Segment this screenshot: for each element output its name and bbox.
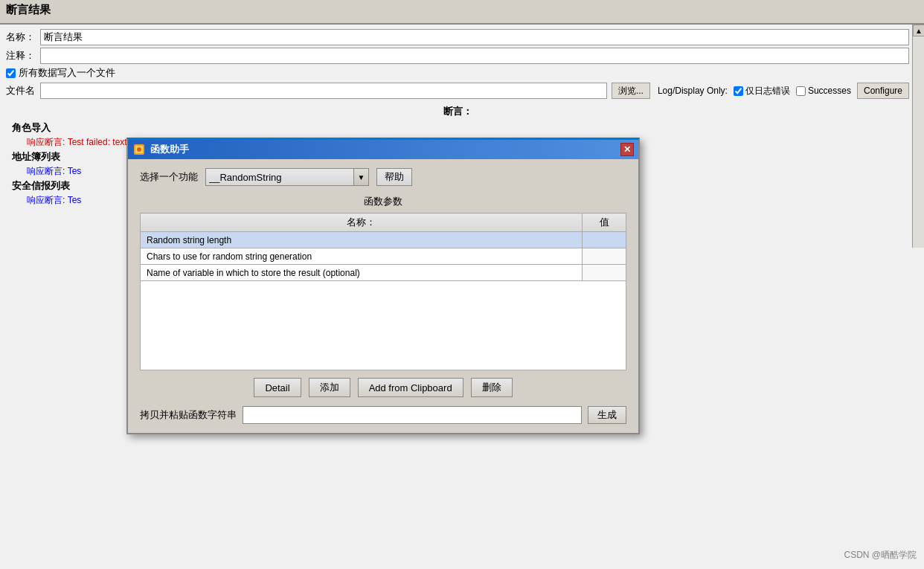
copy-label: 拷贝并粘贴函数字符串 [140, 408, 237, 422]
function-select[interactable]: __RandomString [205, 168, 354, 186]
copy-row: 拷贝并粘贴函数字符串 生成 [140, 406, 626, 424]
dialog-close-button[interactable]: ✕ [620, 143, 634, 156]
svg-point-2 [137, 147, 141, 152]
comment-label: 注释： [6, 49, 36, 62]
function-select-wrapper: __RandomString ▼ [205, 168, 369, 186]
detail-button[interactable]: Detail [254, 378, 301, 397]
dialog-titlebar: 函数助手 ✕ [128, 140, 638, 159]
page-title: 断言结果 [6, 3, 918, 17]
configure-button[interactable]: Configure [857, 83, 909, 99]
table-row[interactable]: Random string length [141, 232, 626, 248]
button-row: Detail 添加 Add from Clipboard 删除 [140, 378, 626, 397]
copy-input[interactable] [243, 406, 582, 424]
params-table: 名称： 值 Random string length Chars to use … [140, 213, 626, 281]
log-error-checkbox[interactable] [734, 86, 743, 96]
col-value-header: 值 [583, 213, 626, 232]
generate-button[interactable]: 生成 [588, 406, 626, 424]
file-row: 文件名 浏览... Log/Display Only: 仅日志错误 Succes… [6, 83, 909, 99]
params-title: 函数参数 [140, 195, 626, 208]
param-value-1[interactable] [583, 232, 626, 248]
col-name-header: 名称： [141, 213, 583, 232]
param-name-1: Random string length [141, 232, 583, 248]
successes-text: Successes [808, 86, 851, 96]
all-data-label: 所有数据写入一个文件 [19, 66, 115, 80]
dropdown-arrow-icon[interactable]: ▼ [354, 168, 369, 186]
function-row: 选择一个功能 __RandomString ▼ 帮助 [140, 168, 626, 186]
log-error-text: 仅日志错误 [745, 85, 790, 97]
scroll-up-arrow[interactable]: ▲ [913, 25, 924, 36]
assertion-header: 断言： [12, 105, 903, 118]
scrollbar[interactable]: ▲ [912, 25, 924, 248]
param-value-3[interactable] [583, 265, 626, 281]
successes-checkbox[interactable] [796, 86, 806, 96]
param-value-2[interactable] [583, 248, 626, 265]
dialog-icon [132, 143, 146, 156]
add-clipboard-button[interactable]: Add from Clipboard [358, 378, 463, 397]
add-button[interactable]: 添加 [309, 378, 350, 397]
param-name-3: Name of variable in which to store the r… [141, 265, 583, 281]
log-error-label: 仅日志错误 [734, 85, 790, 97]
function-helper-dialog: 函数助手 ✕ 选择一个功能 __RandomString ▼ 帮助 函数参数 [126, 138, 640, 434]
file-input[interactable] [40, 83, 607, 99]
main-panel: 断言结果 名称： 注释： 所有数据写入一个文件 文件名 浏览... Log/Di… [0, 0, 924, 569]
comment-input[interactable] [40, 48, 909, 64]
successes-label: Successes [796, 86, 851, 96]
name-input[interactable] [40, 29, 909, 45]
top-header: 断言结果 [0, 0, 924, 25]
param-name-2: Chars to use for random string generatio… [141, 248, 583, 265]
browse-button[interactable]: 浏览... [612, 83, 650, 99]
table-row[interactable]: Name of variable in which to store the r… [141, 265, 626, 281]
log-display-label: Log/Display Only: [658, 86, 728, 96]
watermark: CSDN @晒酷学院 [844, 549, 917, 562]
delete-button[interactable]: 删除 [471, 378, 513, 397]
name-row: 名称： [6, 29, 909, 45]
log-section: Log/Display Only: 仅日志错误 Successes Config… [658, 83, 909, 99]
params-section: 函数参数 名称： 值 Random string length [140, 195, 626, 370]
file-label: 文件名 [6, 84, 36, 97]
dialog-title: 函数助手 [150, 143, 616, 156]
help-button[interactable]: 帮助 [376, 168, 412, 186]
all-data-area: 所有数据写入一个文件 [6, 66, 909, 80]
assertion-name-1: 角色导入 [12, 121, 903, 135]
table-row[interactable]: Chars to use for random string generatio… [141, 248, 626, 265]
name-label: 名称： [6, 30, 36, 44]
table-empty-area [140, 281, 626, 370]
all-data-checkbox[interactable] [6, 68, 16, 78]
function-label: 选择一个功能 [140, 170, 198, 184]
comment-row: 注释： [6, 48, 909, 64]
dialog-body: 选择一个功能 __RandomString ▼ 帮助 函数参数 名称： 值 [128, 159, 638, 433]
